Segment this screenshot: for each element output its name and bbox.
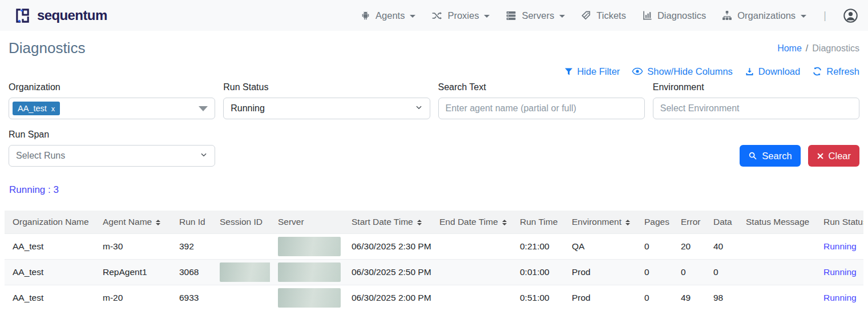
chevron-down-icon [559, 15, 565, 18]
col-error: Error [673, 211, 705, 234]
nav-item-servers[interactable]: Servers [505, 10, 565, 22]
nav-item-label: Agents [376, 10, 405, 21]
cell-organization: AA_test [5, 260, 95, 285]
page-title: Diagnostics [9, 39, 85, 57]
hide-filter-label: Hide Filter [577, 66, 620, 77]
filter-panel: Organization AA_test x Run Status Runnin… [9, 82, 859, 167]
col-run-id: Run Id [171, 211, 212, 234]
cell-start-date: 06/30/2025 2:00 PM [344, 285, 431, 311]
cell-run-id: 392 [171, 234, 212, 260]
chevron-down-icon [410, 15, 415, 18]
col-end-date-time[interactable]: End Date Time [431, 211, 512, 234]
cell-status-message [738, 285, 815, 311]
bar-chart-icon [641, 10, 653, 21]
col-server: Server [270, 211, 344, 234]
redacted-server-value [278, 237, 341, 256]
cell-error: 49 [673, 285, 705, 311]
cell-agent-name: m-30 [95, 234, 171, 260]
organization-multiselect[interactable]: AA_test x [9, 98, 215, 119]
download-icon [745, 67, 754, 76]
run-status-select[interactable]: Running [223, 98, 430, 119]
brand-logo[interactable]: sequentum [14, 7, 107, 25]
nav-item-label: Tickets [596, 10, 626, 21]
run-status-link[interactable]: Running [823, 241, 857, 251]
organization-tag-label: AA_test [18, 104, 47, 113]
android-icon [360, 10, 371, 21]
run-status-value: Running [231, 103, 265, 114]
nav-item-label: Proxies [447, 10, 479, 21]
cell-server [270, 285, 344, 311]
cell-end-date [431, 285, 512, 311]
col-start-date-time[interactable]: Start Date Time [344, 211, 431, 234]
col-environment[interactable]: Environment [564, 211, 636, 234]
run-status-link[interactable]: Running [823, 267, 857, 277]
table-row: AA_test m-30 392 06/30/2025 2:30 PM 0:21… [5, 234, 863, 260]
cell-data: 98 [705, 285, 738, 311]
col-agent-name[interactable]: Agent Name [95, 211, 171, 234]
cell-agent-name: RepAgent1 [95, 260, 171, 285]
clear-button[interactable]: Clear [808, 145, 859, 167]
breadcrumb-current: Diagnostics [812, 43, 859, 54]
run-status-label: Run Status [223, 82, 430, 92]
nav-item-label: Diagnostics [657, 10, 706, 21]
col-organization-name: Organization Name [5, 211, 95, 234]
redacted-server-value [278, 262, 341, 282]
nav-item-label: Organizations [737, 10, 796, 21]
nav-item-agents[interactable]: Agents [360, 10, 415, 21]
refresh-icon [812, 66, 822, 76]
sort-icon [625, 220, 630, 225]
organization-tag[interactable]: AA_test x [13, 102, 60, 115]
environment-input[interactable] [653, 98, 859, 119]
cell-run-time: 0:51:00 [512, 285, 564, 311]
search-button[interactable]: Search [740, 145, 800, 167]
nav-item-proxies[interactable]: Proxies [431, 10, 490, 22]
cell-start-date: 06/30/2025 2:30 PM [344, 234, 431, 260]
download-label: Download [758, 66, 800, 77]
nav-item-organizations[interactable]: Organizations [721, 10, 806, 21]
cell-organization: AA_test [5, 234, 95, 260]
tag-remove-icon[interactable]: x [51, 104, 55, 113]
search-text-label: Search Text [438, 82, 645, 92]
cell-environment: QA [564, 234, 636, 260]
running-count-summary: Running : 3 [9, 184, 859, 196]
run-span-field: Run Span Select Runs [9, 130, 215, 167]
hide-filter-link[interactable]: Hide Filter [564, 66, 620, 77]
download-link[interactable]: Download [745, 66, 800, 77]
run-span-placeholder: Select Runs [16, 151, 65, 161]
show-hide-columns-link[interactable]: Show/Hide Columns [632, 66, 732, 77]
breadcrumb-home-link[interactable]: Home [777, 43, 802, 54]
sort-icon [502, 220, 507, 225]
refresh-link[interactable]: Refresh [812, 66, 859, 77]
run-status-link[interactable]: Running [823, 293, 857, 302]
cell-data: 0 [705, 260, 738, 285]
table-row: AA_test m-20 6933 06/30/2025 2:00 PM 0:5… [5, 285, 863, 311]
filter-icon [564, 67, 573, 76]
breadcrumb-separator: / [806, 43, 808, 54]
cell-run-id: 3068 [171, 260, 212, 285]
top-navbar: sequentum Agents [0, 0, 868, 31]
cell-session-id [212, 285, 270, 311]
ticket-icon [580, 10, 592, 21]
cell-run-id: 6933 [171, 285, 212, 311]
results-table: Organization Name Agent Name Run Id Sess… [5, 211, 863, 310]
cell-data: 40 [705, 234, 738, 260]
cell-pages: 0 [636, 234, 673, 260]
cell-error: 0 [673, 260, 705, 285]
organization-label: Organization [9, 82, 215, 92]
brand-name: sequentum [37, 7, 107, 23]
search-text-input[interactable] [438, 98, 645, 119]
col-run-time: Run Time [512, 211, 564, 234]
cell-run-time: 0:21:00 [512, 234, 564, 260]
cell-session-id [212, 260, 270, 285]
sort-icon [417, 220, 422, 225]
cell-server [270, 260, 344, 285]
col-pages: Pages [636, 211, 673, 234]
run-span-select[interactable]: Select Runs [9, 145, 215, 167]
nav-item-tickets[interactable]: Tickets [580, 10, 626, 21]
user-avatar-icon[interactable] [842, 7, 859, 24]
nav-item-diagnostics[interactable]: Diagnostics [641, 10, 706, 21]
x-icon [817, 152, 824, 160]
grid-toolbar: Hide Filter Show/Hide Columns Download [9, 66, 859, 77]
chevron-down-icon [200, 151, 208, 161]
cell-server [270, 234, 344, 260]
